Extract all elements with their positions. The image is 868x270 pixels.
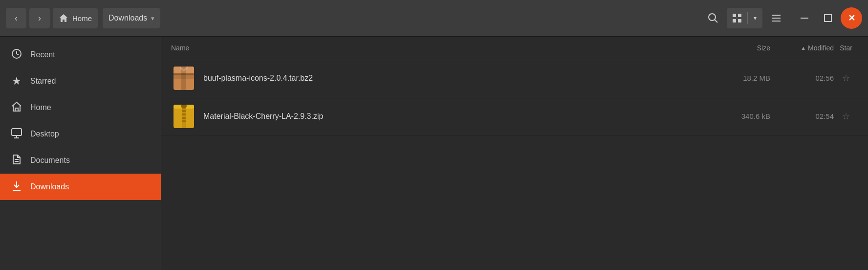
- file-icon-zip: [171, 104, 196, 129]
- svg-rect-5: [738, 19, 741, 22]
- col-size-header: Size: [702, 44, 770, 52]
- sidebar-starred-label: Starred: [30, 77, 56, 86]
- sidebar-item-starred[interactable]: ★ Starred: [0, 68, 161, 94]
- svg-rect-9: [801, 18, 808, 19]
- grid-view-button[interactable]: [727, 8, 747, 28]
- view-dropdown-button[interactable]: ▾: [748, 8, 762, 28]
- svg-rect-2: [733, 14, 736, 17]
- sidebar-item-documents[interactable]: Documents: [0, 147, 161, 174]
- back-button[interactable]: ‹: [6, 8, 26, 28]
- recent-icon: [11, 48, 22, 62]
- monitor-icon: [11, 128, 22, 138]
- file-name-1: buuf-plasma-icons-2.0.4.tar.bz2: [203, 74, 702, 83]
- svg-rect-34: [181, 105, 187, 108]
- file-star-1[interactable]: ☆: [834, 73, 858, 84]
- sidebar-documents-label: Documents: [30, 156, 70, 165]
- desktop-icon: [11, 128, 22, 141]
- search-button[interactable]: [701, 6, 725, 30]
- file-area: Name Size ▲ Modified Star: [161, 37, 868, 270]
- table-row[interactable]: Material-Black-Cherry-LA-2.9.3.zip 340.6…: [161, 97, 868, 135]
- sidebar: Recent ★ Starred Home: [0, 37, 161, 270]
- col-star-header: Star: [834, 44, 858, 52]
- sidebar-recent-label: Recent: [30, 50, 55, 59]
- sidebar-downloads-label: Downloads: [30, 182, 69, 191]
- sidebar-desktop-label: Desktop: [30, 130, 59, 138]
- file-name-2: Material-Black-Cherry-LA-2.9.3.zip: [203, 112, 702, 121]
- file-list-header: Name Size ▲ Modified Star: [161, 37, 868, 59]
- breadcrumb-location-label: Downloads: [108, 14, 147, 22]
- search-icon: [708, 13, 718, 23]
- svg-rect-33: [182, 120, 186, 122]
- col-modified-header[interactable]: ▲ Modified: [770, 44, 834, 52]
- file-size-1: 18.2 MB: [702, 74, 770, 82]
- list-view-button[interactable]: [764, 6, 788, 30]
- clock-icon: [11, 48, 22, 59]
- home-sidebar-icon: [11, 101, 22, 114]
- downloads-icon: [11, 180, 22, 194]
- close-button[interactable]: ✕: [841, 7, 862, 29]
- breadcrumb-dropdown-arrow: ▾: [151, 15, 154, 22]
- svg-point-0: [709, 14, 716, 21]
- forward-button[interactable]: ›: [29, 8, 50, 28]
- svg-rect-3: [738, 14, 741, 17]
- maximize-icon: [824, 14, 832, 22]
- svg-rect-4: [733, 19, 736, 22]
- file-icon-tarbz2: [171, 66, 196, 91]
- svg-rect-24: [174, 75, 194, 79]
- main-content: Recent ★ Starred Home: [0, 37, 868, 270]
- svg-rect-12: [15, 108, 18, 111]
- home-icon: [59, 13, 68, 23]
- file-modified-1: 02:56: [770, 74, 834, 82]
- sidebar-home-label: Home: [30, 103, 51, 112]
- view-toggle: ▾: [727, 8, 762, 28]
- grid-icon: [732, 13, 742, 23]
- svg-rect-31: [182, 113, 186, 115]
- file-star-2[interactable]: ☆: [834, 111, 858, 122]
- svg-rect-13: [12, 129, 22, 135]
- col-name-header: Name: [171, 44, 702, 52]
- file-modified-2: 02:54: [770, 112, 834, 120]
- svg-line-1: [715, 20, 718, 23]
- breadcrumb-location[interactable]: Downloads ▾: [103, 8, 160, 28]
- file-rows: buuf-plasma-icons-2.0.4.tar.bz2 18.2 MB …: [161, 59, 868, 270]
- toolbar-right: ▾ ✕: [701, 6, 862, 30]
- sidebar-item-home[interactable]: Home: [0, 94, 161, 121]
- minimize-icon: [801, 18, 808, 19]
- svg-rect-32: [182, 117, 186, 119]
- sidebar-item-downloads[interactable]: Downloads: [0, 174, 161, 200]
- table-row[interactable]: buuf-plasma-icons-2.0.4.tar.bz2 18.2 MB …: [161, 59, 868, 97]
- zip-file-icon: [173, 104, 195, 129]
- documents-icon: [11, 154, 22, 167]
- breadcrumb-home[interactable]: Home: [53, 8, 98, 28]
- svg-rect-10: [825, 15, 831, 22]
- list-icon: [771, 13, 781, 23]
- breadcrumb-home-label: Home: [72, 14, 92, 22]
- doc-icon: [12, 154, 21, 165]
- maximize-button[interactable]: [817, 7, 839, 29]
- sidebar-item-recent[interactable]: Recent: [0, 42, 161, 68]
- window-controls: ✕: [794, 7, 862, 29]
- svg-rect-30: [182, 110, 186, 112]
- minimize-button[interactable]: [794, 7, 815, 29]
- star-icon: ★: [11, 75, 22, 88]
- download-icon: [12, 180, 22, 191]
- home-outline-icon: [12, 101, 22, 112]
- file-size-2: 340.6 kB: [702, 112, 770, 120]
- sidebar-item-desktop[interactable]: Desktop: [0, 121, 161, 147]
- toolbar: ‹ › Home Downloads ▾: [0, 0, 868, 37]
- tarbz2-file-icon: [173, 66, 195, 91]
